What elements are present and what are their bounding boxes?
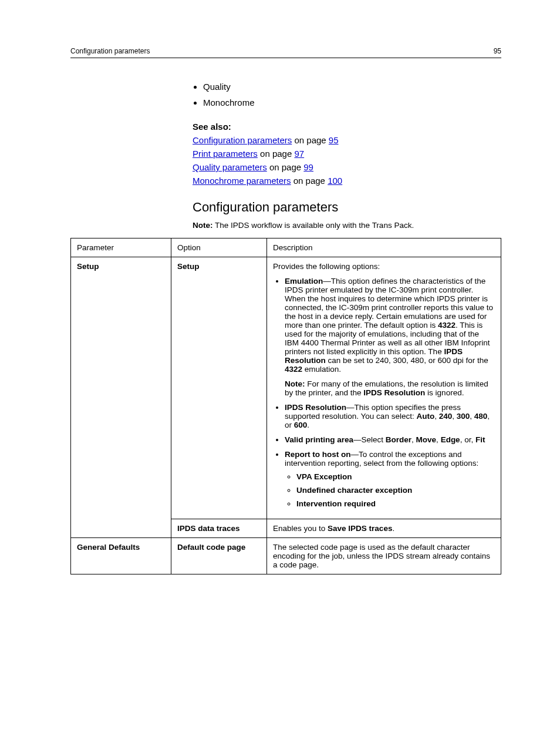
desc-emulation: Emulation—This option defines the charac…: [285, 277, 495, 397]
link-page-95[interactable]: 95: [329, 135, 339, 145]
header-page-number: 95: [494, 47, 501, 55]
bold-480: 480: [474, 412, 488, 421]
bold-4322: 4322: [438, 321, 456, 330]
note-label: Note:: [285, 379, 305, 388]
note-text: The IPDS workflow is available only with…: [213, 221, 414, 230]
text: can be set to 240, 300, 480, or 600 dpi …: [326, 356, 488, 365]
bold-ipds-resolution: IPDS Resolution: [363, 388, 425, 397]
text: —Select: [353, 435, 386, 444]
desc-ipds-resolution: IPDS Resolution—This option specifies th…: [285, 403, 495, 429]
text: Enables you to: [273, 524, 328, 533]
sep: ,: [411, 435, 416, 444]
parameters-table: Parameter Option Description Setup Setup…: [70, 238, 501, 574]
text: emulation.: [302, 365, 341, 374]
desc-note: Note: For many of the emulations, the re…: [285, 379, 495, 397]
see-also-mid: on page: [267, 162, 304, 172]
bold-move: Move: [416, 435, 437, 444]
text: The selected code page is used as the de…: [273, 543, 490, 569]
sep: ,: [452, 412, 457, 421]
note-label: Note:: [193, 221, 213, 230]
text: is ignored.: [425, 388, 464, 397]
sub-vpa-exception: VPA Exception: [296, 472, 495, 481]
note-line: Note: The IPDS workflow is available onl…: [193, 221, 501, 230]
table-header-row: Parameter Option Description: [71, 238, 501, 257]
table-row: General Defaults Default code page The s…: [71, 538, 501, 574]
sep: ,: [434, 412, 439, 421]
col-header-parameter: Parameter: [71, 238, 171, 257]
bold-edge: Edge: [441, 435, 460, 444]
desc-valid-printing-area: Valid printing area—Select Border, Move,…: [285, 435, 495, 444]
section-heading: Configuration parameters: [193, 200, 501, 215]
cell-description-ipds-data-traces: Enables you to Save IPDS traces.: [267, 519, 501, 538]
link-monochrome-parameters[interactable]: Monochrome parameters: [193, 176, 291, 186]
cell-option-ipds-data-traces: IPDS data traces: [171, 519, 267, 538]
label-report-to-host: Report to host on: [285, 450, 350, 459]
bold-240: 240: [439, 412, 453, 421]
desc-intro: Provides the following options:: [273, 262, 495, 271]
see-also-line: Configuration parameters on page 95: [193, 135, 501, 145]
label-valid-printing-area: Valid printing area: [285, 435, 353, 444]
sep: , or,: [460, 435, 475, 444]
bold-300: 300: [457, 412, 470, 421]
bold-600: 600: [294, 421, 308, 429]
cell-parameter-setup: Setup: [71, 257, 171, 538]
see-also-line: Quality parameters on page 99: [193, 162, 501, 172]
see-also-heading: See also:: [193, 122, 501, 132]
sub-undefined-character-exception: Undefined character exception: [296, 486, 495, 495]
list-item: Quality: [203, 82, 501, 92]
text: .: [392, 524, 394, 533]
sep: ,: [470, 412, 474, 421]
sep: ,: [436, 435, 441, 444]
list-item: Monochrome: [203, 98, 501, 107]
header-left: Configuration parameters: [70, 47, 150, 55]
col-header-option: Option: [171, 238, 267, 257]
bold-fit: Fit: [475, 435, 485, 444]
cell-parameter-general-defaults: General Defaults: [71, 538, 171, 574]
top-bullet-list: Quality Monochrome: [193, 82, 501, 107]
cell-description-setup: Provides the following options: Emulatio…: [267, 257, 501, 519]
link-page-99[interactable]: 99: [303, 162, 313, 172]
see-also-mid: on page: [258, 149, 295, 159]
see-also-line: Print parameters on page 97: [193, 149, 501, 159]
cell-option-default-code-page: Default code page: [171, 538, 267, 574]
label-emulation: Emulation: [285, 277, 323, 285]
col-header-description: Description: [267, 238, 501, 257]
see-also-mid: on page: [292, 135, 329, 145]
bold-border: Border: [386, 435, 411, 444]
page-header: Configuration parameters 95: [70, 47, 501, 58]
cell-option-setup: Setup: [171, 257, 267, 519]
bold-save-ipds-traces: Save IPDS traces: [328, 524, 392, 533]
link-quality-parameters[interactable]: Quality parameters: [193, 162, 267, 172]
tail: .: [307, 421, 309, 429]
link-page-100[interactable]: 100: [328, 176, 342, 186]
link-page-97[interactable]: 97: [294, 149, 304, 159]
see-also-line: Monochrome parameters on page 100: [193, 176, 501, 186]
cell-description-default-code-page: The selected code page is used as the de…: [267, 538, 501, 574]
table-row: Setup Setup Provides the following optio…: [71, 257, 501, 519]
link-print-parameters[interactable]: Print parameters: [193, 149, 258, 159]
label-ipds-resolution: IPDS Resolution: [285, 403, 346, 412]
bold-4322: 4322: [285, 365, 302, 374]
desc-report-to-host: Report to host on—To control the excepti…: [285, 450, 495, 508]
sub-intervention-required: Intervention required: [296, 499, 495, 508]
bold-auto: Auto: [416, 412, 434, 421]
link-configuration-parameters[interactable]: Configuration parameters: [193, 135, 292, 145]
see-also-mid: on page: [291, 176, 328, 186]
